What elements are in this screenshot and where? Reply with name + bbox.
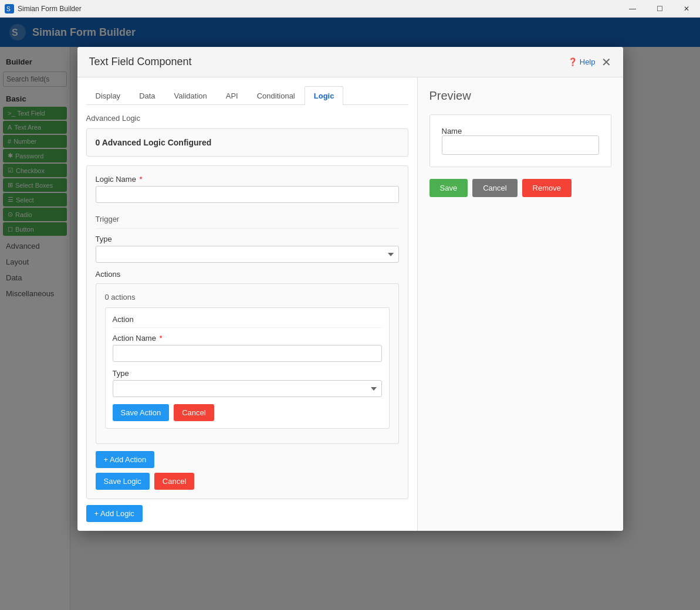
action-name-input[interactable] (113, 345, 382, 362)
actions-label: Actions (96, 270, 399, 279)
action-form-header: Action (113, 315, 382, 328)
save-action-button[interactable]: Save Action (113, 404, 170, 421)
modal-header: Text Field Component ❓ Help ✕ (77, 47, 623, 77)
action-type-label: Type (113, 369, 382, 378)
tab-logic[interactable]: Logic (305, 86, 344, 105)
minimize-button[interactable]: — (619, 0, 646, 18)
trigger-type-select[interactable]: Simple JavaScript JSON Logic Event (96, 246, 399, 263)
action-type-select[interactable]: Property Value Merge Component Schema Cu… (113, 380, 382, 397)
preview-action-buttons: Save Cancel Remove (430, 179, 611, 197)
trigger-type-group: Type Simple JavaScript JSON Logic Event (96, 235, 399, 263)
title-bar-controls: — ☐ ✕ (619, 0, 700, 18)
logic-name-label: Logic Name * (96, 175, 399, 184)
logic-name-input[interactable] (96, 186, 399, 203)
tab-data[interactable]: Data (130, 86, 164, 105)
logic-summary-text: 0 Advanced Logic Configured (96, 138, 212, 147)
action-form: Action Action Name * (105, 307, 390, 429)
help-icon: ❓ (568, 57, 577, 66)
save-logic-button[interactable]: Save Logic (96, 473, 150, 490)
tab-display[interactable]: Display (86, 86, 130, 105)
title-bar-text: Simian Form Builder (18, 5, 82, 13)
title-bar: S Simian Form Builder — ☐ ✕ (0, 0, 700, 18)
logic-name-required: * (140, 175, 143, 184)
trigger-section-header: Trigger (96, 210, 399, 229)
right-panel: Preview Name Save Cancel Remove (418, 77, 623, 531)
logic-name-group: Logic Name * (96, 175, 399, 203)
logic-summary-box: 0 Advanced Logic Configured (86, 128, 408, 157)
modal-overlay: Text Field Component ❓ Help ✕ Display Da (0, 18, 700, 610)
modal-header-right: ❓ Help ✕ (568, 56, 611, 68)
help-button[interactable]: ❓ Help (568, 57, 596, 66)
close-window-button[interactable]: ✕ (673, 0, 700, 18)
cancel-logic-button[interactable]: Cancel (154, 473, 194, 490)
add-action-button[interactable]: + Add Action (96, 451, 155, 468)
preview-save-button[interactable]: Save (430, 179, 468, 197)
action-btn-row: Save Action Cancel (113, 404, 382, 421)
tab-bar: Display Data Validation API Conditional … (86, 86, 408, 105)
modal-title: Text Field Component (89, 56, 192, 68)
add-logic-button[interactable]: + Add Logic (86, 505, 143, 522)
modal-dialog: Text Field Component ❓ Help ✕ Display Da (77, 47, 623, 531)
add-logic-container: + Add Logic (86, 505, 408, 522)
add-action-row: + Add Action (96, 451, 399, 468)
logic-form-box: Logic Name * Trigger Type (86, 165, 408, 499)
preview-title: Preview (430, 89, 611, 103)
action-name-required: * (160, 334, 163, 343)
help-label: Help (580, 57, 596, 66)
advanced-logic-section-title: Advanced Logic (86, 114, 408, 123)
preview-name-label: Name (442, 127, 462, 135)
app-icon: S (5, 4, 14, 13)
tab-api[interactable]: API (217, 86, 248, 105)
svg-text:S: S (6, 6, 11, 12)
trigger-type-label: Type (96, 235, 399, 243)
cancel-action-button[interactable]: Cancel (174, 404, 214, 421)
action-type-group: Type Property Value Merge Component Sche… (113, 369, 382, 397)
actions-section: Actions 0 actions Action Action Na (96, 270, 399, 444)
actions-count: 0 actions (105, 293, 390, 301)
modal-close-button[interactable]: ✕ (601, 56, 611, 68)
tab-validation[interactable]: Validation (165, 86, 217, 105)
modal-body: Display Data Validation API Conditional … (77, 77, 623, 531)
preview-remove-button[interactable]: Remove (522, 179, 572, 197)
preview-cancel-button[interactable]: Cancel (472, 179, 517, 197)
maximize-button[interactable]: ☐ (646, 0, 673, 18)
left-panel: Display Data Validation API Conditional … (77, 77, 418, 531)
save-logic-row: Save Logic Cancel (96, 473, 399, 490)
preview-name-input[interactable] (442, 135, 599, 155)
preview-box: Name (430, 114, 611, 167)
actions-box: 0 actions Action Action Name * (96, 283, 399, 444)
action-name-label: Action Name * (113, 334, 382, 343)
action-name-group: Action Name * (113, 334, 382, 362)
tab-conditional[interactable]: Conditional (248, 86, 305, 105)
bg-content: Builder Basic >_ Text Field A Text Area … (0, 47, 700, 610)
